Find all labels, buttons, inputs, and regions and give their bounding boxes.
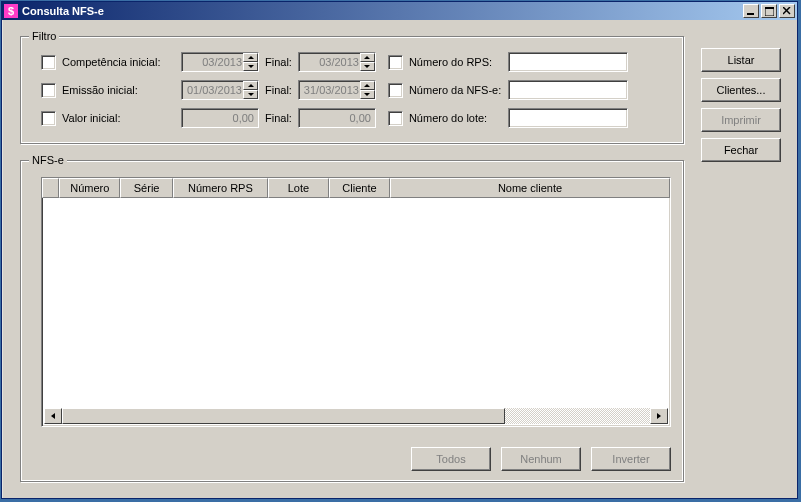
col-lote[interactable]: Lote bbox=[268, 178, 329, 198]
col-numero-rps[interactable]: Número RPS bbox=[173, 178, 268, 198]
selection-buttons: Todos Nenhum Inverter bbox=[411, 447, 671, 471]
nenhum-button[interactable]: Nenhum bbox=[501, 447, 581, 471]
input-emissao-final[interactable]: 31/03/2013 bbox=[298, 80, 376, 100]
window-title: Consulta NFS-e bbox=[22, 5, 743, 17]
label-competencia-final: Final: bbox=[265, 56, 292, 68]
col-serie[interactable]: Série bbox=[120, 178, 173, 198]
spinner[interactable] bbox=[360, 53, 375, 71]
chk-numero-nfse[interactable]: Número da NFS-e: bbox=[388, 83, 508, 98]
checkbox-icon bbox=[41, 83, 56, 98]
scroll-right-button[interactable] bbox=[650, 408, 668, 424]
svg-rect-4 bbox=[765, 7, 774, 9]
chk-numero-nfse-label: Número da NFS-e: bbox=[409, 84, 501, 96]
scroll-left-button[interactable] bbox=[44, 408, 62, 424]
input-competencia-inicial[interactable]: 03/2013 bbox=[181, 52, 259, 72]
chk-competencia[interactable]: Competência inicial: bbox=[41, 55, 181, 70]
checkbox-icon bbox=[41, 55, 56, 70]
client-area: Filtro Competência inicial: 03/2013 Fina… bbox=[2, 20, 797, 498]
window-frame: $ Consulta NFS-e Filtro Competência inic… bbox=[1, 1, 798, 499]
spinner[interactable] bbox=[243, 81, 258, 99]
clientes-button[interactable]: Clientes... bbox=[701, 78, 781, 102]
chk-valor-label: Valor inicial: bbox=[62, 112, 121, 124]
col-nome-cliente[interactable]: Nome cliente bbox=[390, 178, 670, 198]
row-competencia: Competência inicial: 03/2013 Final: 03/2… bbox=[41, 51, 673, 73]
svg-text:$: $ bbox=[8, 5, 14, 17]
app-icon: $ bbox=[4, 4, 18, 18]
col-cliente[interactable]: Cliente bbox=[329, 178, 390, 198]
spinner[interactable] bbox=[243, 53, 258, 71]
nfse-legend: NFS-e bbox=[29, 154, 67, 166]
input-competencia-final[interactable]: 03/2013 bbox=[298, 52, 376, 72]
maximize-button[interactable] bbox=[761, 4, 777, 18]
grid-corner bbox=[42, 178, 59, 198]
chk-numero-rps[interactable]: Número do RPS: bbox=[388, 55, 508, 70]
chk-valor[interactable]: Valor inicial: bbox=[41, 111, 181, 126]
label-emissao-final: Final: bbox=[265, 84, 292, 96]
titlebar[interactable]: $ Consulta NFS-e bbox=[2, 2, 797, 20]
listar-button[interactable]: Listar bbox=[701, 48, 781, 72]
row-emissao: Emissão inicial: 01/03/2013 Final: 31/03… bbox=[41, 79, 673, 101]
row-valor: Valor inicial: 0,00 Final: 0,00 Número d… bbox=[41, 107, 673, 129]
col-numero[interactable]: Número bbox=[59, 178, 120, 198]
chk-numero-lote[interactable]: Número do lote: bbox=[388, 111, 508, 126]
result-grid[interactable]: Número Série Número RPS Lote Cliente Nom… bbox=[41, 177, 671, 427]
chk-emissao[interactable]: Emissão inicial: bbox=[41, 83, 181, 98]
inverter-button[interactable]: Inverter bbox=[591, 447, 671, 471]
input-valor-final[interactable]: 0,00 bbox=[298, 108, 376, 128]
input-numero-lote[interactable] bbox=[508, 108, 628, 128]
groupbox-nfse: NFS-e Número Série Número RPS Lote Clien… bbox=[20, 160, 684, 482]
minimize-button[interactable] bbox=[743, 4, 759, 18]
svg-rect-2 bbox=[747, 13, 754, 15]
input-emissao-inicial[interactable]: 01/03/2013 bbox=[181, 80, 259, 100]
checkbox-icon bbox=[388, 83, 403, 98]
todos-button[interactable]: Todos bbox=[411, 447, 491, 471]
fechar-button[interactable]: Fechar bbox=[701, 138, 781, 162]
input-numero-rps[interactable] bbox=[508, 52, 628, 72]
checkbox-icon bbox=[388, 111, 403, 126]
groupbox-filtro: Filtro Competência inicial: 03/2013 Fina… bbox=[20, 36, 684, 144]
checkbox-icon bbox=[41, 111, 56, 126]
spinner[interactable] bbox=[360, 81, 375, 99]
chk-numero-lote-label: Número do lote: bbox=[409, 112, 487, 124]
grid-header: Número Série Número RPS Lote Cliente Nom… bbox=[42, 178, 670, 198]
checkbox-icon bbox=[388, 55, 403, 70]
scroll-thumb[interactable] bbox=[62, 408, 505, 424]
chk-emissao-label: Emissão inicial: bbox=[62, 84, 138, 96]
imprimir-button[interactable]: Imprimir bbox=[701, 108, 781, 132]
scroll-track[interactable] bbox=[62, 408, 650, 424]
close-button[interactable] bbox=[779, 4, 795, 18]
label-valor-final: Final: bbox=[265, 112, 292, 124]
input-numero-nfse[interactable] bbox=[508, 80, 628, 100]
grid-h-scrollbar[interactable] bbox=[44, 408, 668, 424]
filtro-legend: Filtro bbox=[29, 30, 59, 42]
chk-numero-rps-label: Número do RPS: bbox=[409, 56, 492, 68]
input-valor-inicial[interactable]: 0,00 bbox=[181, 108, 259, 128]
chk-competencia-label: Competência inicial: bbox=[62, 56, 160, 68]
